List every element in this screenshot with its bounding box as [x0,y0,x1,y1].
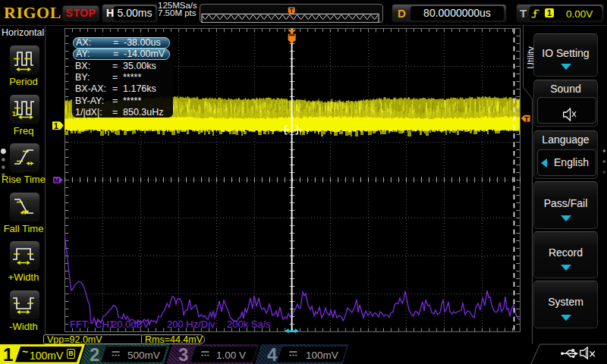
svg-text:M: M [54,177,60,184]
svg-text:1/: 1/ [12,110,18,118]
svg-text:T: T [524,115,529,123]
svg-text:T: T [290,7,294,14]
svg-text:1: 1 [54,121,58,130]
